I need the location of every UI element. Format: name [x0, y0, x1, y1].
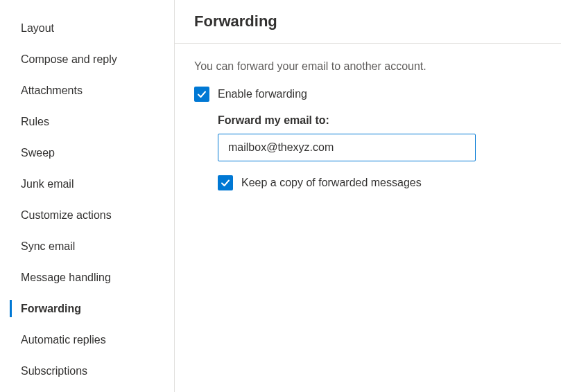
forward-to-input[interactable]	[218, 134, 476, 161]
sidebar-item-label: Automatic replies	[21, 334, 106, 346]
sidebar-item-attachments[interactable]: Attachments	[0, 75, 174, 106]
sidebar-item-sync-email[interactable]: Sync email	[0, 231, 174, 262]
keep-copy-checkbox[interactable]	[218, 175, 233, 190]
checkmark-icon	[196, 89, 207, 100]
checkmark-icon	[220, 177, 231, 188]
sidebar-item-label: Attachments	[21, 84, 83, 97]
sidebar-item-automatic-replies[interactable]: Automatic replies	[0, 324, 174, 355]
main-content: Forwarding You can forward your email to…	[175, 0, 561, 392]
enable-forwarding-row: Enable forwarding	[194, 87, 542, 102]
keep-copy-label: Keep a copy of forwarded messages	[241, 177, 422, 189]
sidebar-item-junk-email[interactable]: Junk email	[0, 168, 174, 199]
forward-to-label: Forward my email to:	[218, 114, 542, 127]
sidebar-item-rules[interactable]: Rules	[0, 106, 174, 137]
sidebar-item-compose-and-reply[interactable]: Compose and reply	[0, 44, 174, 75]
sidebar-item-label: Sync email	[21, 240, 75, 253]
sidebar-item-label: Junk email	[21, 178, 74, 190]
sidebar-item-customize-actions[interactable]: Customize actions	[0, 199, 174, 231]
sidebar-item-label: Compose and reply	[21, 53, 117, 66]
sidebar-item-label: Forwarding	[21, 303, 81, 315]
settings-sidebar: Layout Compose and reply Attachments Rul…	[0, 0, 175, 392]
sidebar-item-message-handling[interactable]: Message handling	[0, 262, 174, 293]
divider	[175, 43, 561, 44]
page-title: Forwarding	[194, 12, 542, 30]
sidebar-item-label: Sweep	[21, 147, 55, 159]
forward-to-section: Forward my email to: Keep a copy of forw…	[194, 114, 542, 190]
enable-forwarding-checkbox[interactable]	[194, 87, 209, 102]
enable-forwarding-label: Enable forwarding	[218, 88, 307, 100]
sidebar-item-sweep[interactable]: Sweep	[0, 137, 174, 168]
sidebar-item-forwarding[interactable]: Forwarding	[0, 293, 174, 324]
sidebar-item-layout[interactable]: Layout	[0, 12, 174, 44]
sidebar-item-label: Rules	[21, 116, 49, 128]
forwarding-description: You can forward your email to another ac…	[194, 60, 542, 73]
sidebar-item-label: Layout	[21, 22, 54, 35]
sidebar-item-label: Customize actions	[21, 209, 112, 222]
sidebar-item-subscriptions[interactable]: Subscriptions	[0, 355, 174, 386]
keep-copy-row: Keep a copy of forwarded messages	[218, 175, 542, 190]
sidebar-item-label: Subscriptions	[21, 365, 87, 377]
sidebar-item-label: Message handling	[21, 271, 111, 284]
